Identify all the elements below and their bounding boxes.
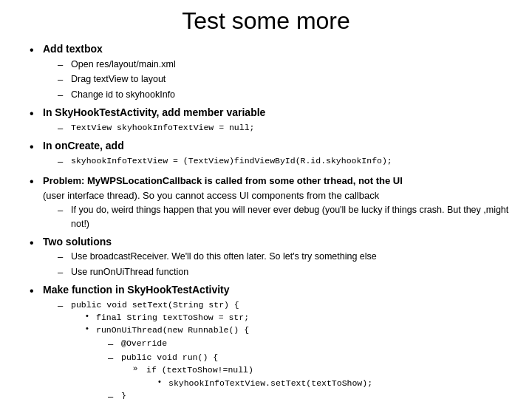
sub-list-oncreate: – skyhookInfoTextView = (TextView)findVi… bbox=[43, 154, 510, 169]
dash-icon: – bbox=[58, 58, 71, 72]
item-text: Use runOnUiThread function bbox=[71, 265, 188, 279]
run-method: public void run() { » if (textToShow!=nu… bbox=[121, 351, 372, 389]
bullet-icon: • bbox=[30, 42, 43, 58]
list-item: » if (textToShow!=null) • bbox=[133, 364, 372, 389]
dash-icon: – bbox=[58, 88, 71, 103]
list-item: – skyhookInfoTextView = (TextView)findVi… bbox=[58, 154, 510, 169]
item-text: Use broadcastReceiver. We'll do this oft… bbox=[71, 250, 377, 264]
list-item: – public void run() { » bbox=[108, 351, 372, 389]
bullet-icon: • bbox=[30, 174, 43, 190]
content-area: • Add textbox – Open res/layout/main.xml… bbox=[22, 42, 510, 399]
item-text: public void setText(String str) { bbox=[71, 300, 239, 310]
dash-icon: – bbox=[58, 265, 71, 280]
item-text: Open res/layout/main.xml bbox=[71, 58, 176, 72]
dash-icon: – bbox=[58, 121, 71, 136]
function-body: public void setText(String str) { • fina… bbox=[71, 299, 372, 399]
item-text: Change id to skyhookInfo bbox=[71, 88, 175, 102]
dash-icon: – bbox=[58, 299, 71, 313]
dash-icon: – bbox=[58, 250, 71, 265]
list-item: – Use broadcastReceiver. We'll do this o… bbox=[58, 250, 510, 265]
bullet-icon: • bbox=[30, 139, 43, 155]
list-item: • final String textToShow = str; bbox=[86, 311, 372, 324]
list-item: – If you do, weird things happen that yo… bbox=[58, 203, 510, 231]
item-text: skyhookInfoTextView = (TextView)findView… bbox=[71, 154, 392, 167]
sub-list-add-textbox: – Open res/layout/main.xml – Drag textVi… bbox=[43, 58, 510, 103]
small-bullet-icon: • bbox=[158, 377, 168, 386]
heading-oncreate: In onCreate, add bbox=[43, 140, 124, 151]
item-text: skyhookInfoTextView.setText(textToShow); bbox=[168, 377, 372, 389]
sub-list-solutions: – Use broadcastReceiver. We'll do this o… bbox=[43, 250, 510, 279]
list-item: – public void setText(String str) { • fi… bbox=[58, 299, 510, 399]
problem-heading-bold: Problem: MyWPSLocationCallback is called… bbox=[43, 175, 403, 186]
list-item: – Use runOnUiThread function bbox=[58, 265, 510, 280]
small-bullet-icon: • bbox=[86, 311, 96, 320]
section-two-solutions: • Two solutions – Use broadcastReceiver.… bbox=[30, 235, 510, 281]
sub-list-problem: – If you do, weird things happen that yo… bbox=[43, 203, 510, 231]
bullet-icon: • bbox=[30, 106, 43, 122]
dash-icon: – bbox=[108, 389, 121, 399]
page-title: Test some more bbox=[22, 7, 510, 35]
if-body: • skyhookInfoTextView.setText(textToShow… bbox=[146, 377, 372, 389]
dash-icon: – bbox=[108, 337, 121, 352]
heading-member: In SkyHookTestActivity, add member varia… bbox=[43, 106, 265, 118]
item-text: Drag textView to layout bbox=[71, 72, 166, 86]
section-problem: • Problem: MyWPSLocationCallback is call… bbox=[30, 174, 510, 232]
heading-two-solutions: Two solutions bbox=[43, 236, 112, 248]
arrow-icon: » bbox=[133, 364, 146, 372]
dash-icon: – bbox=[58, 72, 71, 87]
item-text: } bbox=[121, 389, 126, 399]
item-text: public void run() { bbox=[121, 352, 218, 362]
item-text: runOnUiThread(new Runnable() { bbox=[96, 325, 249, 335]
list-item: – TextView skyhookInfoTextView = null; bbox=[58, 121, 510, 136]
small-bullet-icon: • bbox=[86, 324, 96, 332]
dash-icon: – bbox=[58, 203, 71, 218]
sub-list-make-function: – public void setText(String str) { • fi… bbox=[43, 299, 510, 399]
dash-icon: – bbox=[108, 351, 121, 366]
bullet-icon: • bbox=[30, 283, 43, 299]
list-item: – Drag textView to layout bbox=[58, 72, 510, 87]
item-text: final String textToShow = str; bbox=[96, 311, 249, 324]
list-item: – } bbox=[108, 389, 372, 399]
problem-heading-normal: (user interface thread). So you cannot a… bbox=[43, 190, 379, 201]
item-text: TextView skyhookInfoTextView = null; bbox=[71, 121, 254, 134]
heading-make-function: Make function in SkyHookTestActivity bbox=[43, 284, 230, 296]
problem-heading: Problem: MyWPSLocationCallback is called… bbox=[43, 174, 510, 202]
runnable-body: – @Override – public void run() { bbox=[96, 337, 372, 399]
run-body: » if (textToShow!=null) • bbox=[121, 364, 372, 389]
bullet-icon: • bbox=[30, 235, 43, 251]
section-make-function: • Make function in SkyHookTestActivity –… bbox=[30, 283, 510, 399]
nested-list: • final String textToShow = str; • runOn… bbox=[71, 311, 372, 399]
list-item: – @Override bbox=[108, 337, 372, 352]
item-text: @Override bbox=[121, 337, 167, 349]
item-text: If you do, weird things happen that you … bbox=[71, 203, 510, 231]
dash-icon: – bbox=[58, 154, 71, 169]
list-item: • skyhookInfoTextView.setText(textToShow… bbox=[158, 377, 372, 389]
section-add-textbox: • Add textbox – Open res/layout/main.xml… bbox=[30, 42, 510, 103]
section-oncreate: • In onCreate, add – skyhookInfoTextView… bbox=[30, 139, 510, 169]
if-block: if (textToShow!=null) • skyhookInfoTextV… bbox=[146, 364, 372, 389]
list-item: – Change id to skyhookInfo bbox=[58, 88, 510, 103]
page: Test some more • Add textbox – Open res/… bbox=[0, 0, 532, 399]
run-on-ui-thread: runOnUiThread(new Runnable() { – @Overri… bbox=[96, 324, 372, 399]
sub-list-member: – TextView skyhookInfoTextView = null; bbox=[43, 121, 510, 136]
list-item: • runOnUiThread(new Runnable() { – @Over… bbox=[86, 324, 372, 399]
item-text: if (textToShow!=null) bbox=[146, 365, 253, 375]
section-member-variable: • In SkyHookTestActivity, add member var… bbox=[30, 106, 510, 136]
list-item: – Open res/layout/main.xml bbox=[58, 58, 510, 72]
heading-add-textbox: Add textbox bbox=[43, 43, 103, 55]
